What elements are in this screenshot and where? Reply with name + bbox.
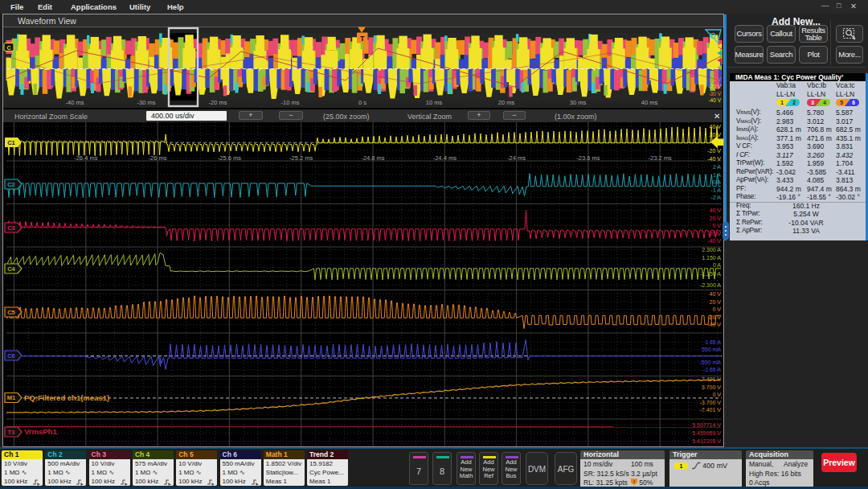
svg-text:C4: C4 bbox=[7, 265, 15, 273]
svg-text:-1.65 A: -1.65 A bbox=[703, 367, 722, 372]
svg-text:T3: T3 bbox=[8, 429, 15, 436]
svg-text:-20 V: -20 V bbox=[708, 84, 721, 89]
svg-text:-40 V: -40 V bbox=[707, 156, 721, 162]
svg-text:40 V: 40 V bbox=[710, 208, 722, 213]
svg-text:-7.401 V: -7.401 V bbox=[700, 407, 722, 413]
svg-text:20 V: 20 V bbox=[710, 216, 722, 221]
svg-text:5.412205 V: 5.412205 V bbox=[692, 438, 721, 444]
svg-text:-10 ms: -10 ms bbox=[281, 99, 300, 106]
svg-text:1.150 A: 1.150 A bbox=[702, 255, 721, 261]
svg-text:5: 5 bbox=[840, 100, 843, 105]
svg-text:0 A: 0 A bbox=[713, 262, 721, 268]
svg-text:-26.4 ms: -26.4 ms bbox=[74, 154, 97, 162]
svg-text:3: 3 bbox=[811, 100, 814, 105]
svg-text:-25.6 ms: -25.6 ms bbox=[218, 154, 241, 162]
svg-text:0 s: 0 s bbox=[358, 99, 366, 106]
svg-text:PQ:Filtered ch1(meas1): PQ:Filtered ch1(meas1) bbox=[24, 393, 109, 402]
svg-text:5.507714 V: 5.507714 V bbox=[692, 422, 721, 428]
svg-text:-20 ms: -20 ms bbox=[209, 99, 227, 106]
svg-text:7.401 V: 7.401 V bbox=[702, 376, 721, 382]
svg-text:-24.8 ms: -24.8 ms bbox=[361, 154, 384, 162]
svg-text:2: 2 bbox=[792, 100, 796, 105]
svg-text:0 V: 0 V bbox=[712, 306, 721, 312]
svg-text:-2.300 A: -2.300 A bbox=[700, 282, 721, 288]
svg-text:40 V: 40 V bbox=[710, 291, 722, 297]
svg-text:4: 4 bbox=[823, 100, 826, 105]
svg-text:20 V: 20 V bbox=[710, 132, 722, 138]
svg-text:0 A: 0 A bbox=[713, 179, 721, 185]
svg-text:C: C bbox=[6, 45, 10, 51]
svg-text:VrmsPh1: VrmsPh1 bbox=[24, 427, 57, 436]
svg-text:-20 V: -20 V bbox=[707, 314, 721, 320]
svg-text:1 A: 1 A bbox=[713, 172, 721, 178]
svg-text:C5: C5 bbox=[7, 309, 15, 316]
svg-text:0 V: 0 V bbox=[712, 223, 721, 228]
svg-text:-40 V: -40 V bbox=[707, 238, 721, 244]
svg-text:-3.700 V: -3.700 V bbox=[700, 400, 722, 405]
svg-text:40 V: 40 V bbox=[710, 124, 722, 129]
svg-text:-40 ms: -40 ms bbox=[66, 99, 84, 106]
svg-text:2.300 A: 2.300 A bbox=[702, 247, 721, 253]
svg-text:C6: C6 bbox=[7, 352, 15, 360]
svg-text:1.65 A: 1.65 A bbox=[705, 339, 721, 345]
svg-text:-2 A: -2 A bbox=[711, 195, 722, 200]
svg-text:550 mA: 550 mA bbox=[702, 347, 721, 352]
svg-text:-23.2 ms: -23.2 ms bbox=[649, 154, 672, 162]
svg-text:-25.2 ms: -25.2 ms bbox=[289, 154, 313, 162]
svg-text:!: ! bbox=[633, 479, 635, 484]
svg-text:3.700 V: 3.700 V bbox=[702, 384, 721, 390]
svg-text:C3: C3 bbox=[7, 224, 15, 232]
svg-text:-20 V: -20 V bbox=[707, 148, 721, 154]
svg-text:0 V: 0 V bbox=[712, 392, 721, 397]
svg-text:2 A: 2 A bbox=[713, 164, 721, 170]
svg-text:-10 V: -10 V bbox=[708, 76, 721, 82]
svg-text:-24 ms: -24 ms bbox=[507, 154, 526, 162]
svg-text:1: 1 bbox=[780, 100, 784, 105]
svg-text:-26 ms: -26 ms bbox=[149, 154, 167, 162]
svg-text:-24.4 ms: -24.4 ms bbox=[433, 154, 457, 162]
svg-text:5.459959 V: 5.459959 V bbox=[692, 430, 721, 436]
svg-text:C1: C1 bbox=[7, 139, 15, 146]
svg-text:20 ms: 20 ms bbox=[498, 99, 515, 106]
svg-text:-1 A: -1 A bbox=[711, 187, 722, 193]
svg-text:T: T bbox=[360, 35, 365, 43]
svg-text:-30 ms: -30 ms bbox=[137, 99, 156, 106]
svg-text:M1: M1 bbox=[7, 394, 15, 401]
svg-text:-550 mA: -550 mA bbox=[700, 360, 722, 365]
svg-text:30 ms: 30 ms bbox=[570, 99, 587, 106]
svg-text:40 ms: 40 ms bbox=[641, 99, 658, 106]
svg-text:-23.6 ms: -23.6 ms bbox=[576, 154, 600, 162]
svg-text:6: 6 bbox=[852, 100, 855, 105]
svg-text:10 ms: 10 ms bbox=[426, 99, 443, 106]
svg-text:-40 V: -40 V bbox=[707, 322, 721, 327]
svg-text:-20 V: -20 V bbox=[707, 231, 721, 236]
svg-text:-1.150 A: -1.150 A bbox=[700, 271, 721, 277]
svg-text:C2: C2 bbox=[7, 181, 15, 188]
svg-text:-30 V: -30 V bbox=[708, 91, 721, 97]
svg-text:-40 V: -40 V bbox=[708, 97, 721, 103]
svg-text:20 V: 20 V bbox=[710, 299, 722, 305]
